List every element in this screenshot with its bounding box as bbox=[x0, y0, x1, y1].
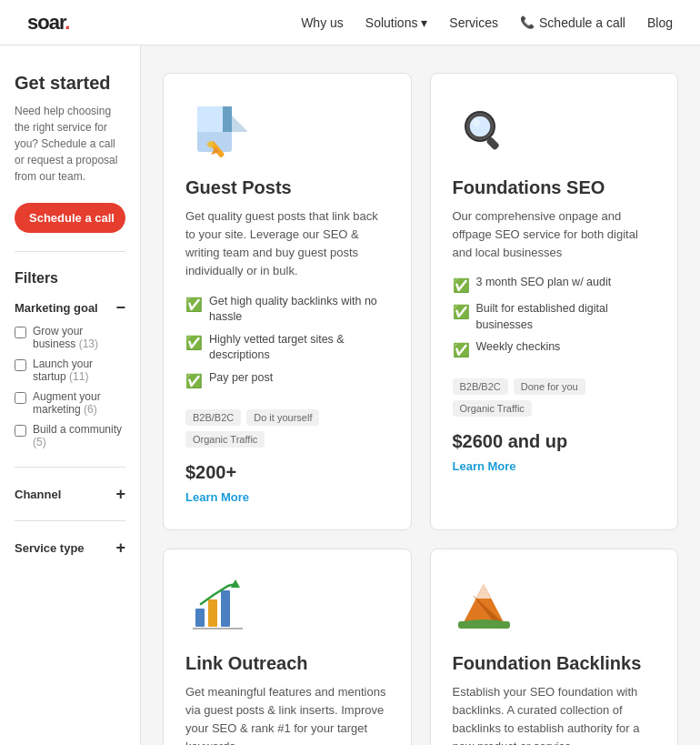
nav-why-us[interactable]: Why us bbox=[301, 15, 344, 30]
foundations-seo-features: ✅3 month SEO plan w/ audit ✅Built for es… bbox=[453, 275, 656, 366]
filter-marketing-goal-header[interactable]: Marketing goal − bbox=[15, 299, 125, 316]
guest-posts-feature-3: ✅Pay per post bbox=[185, 370, 389, 390]
svg-rect-12 bbox=[208, 599, 217, 627]
foundations-seo-learn-more[interactable]: Learn More bbox=[453, 459, 656, 473]
header: soar. Why us Solutions ▾ Services 📞 Sche… bbox=[0, 0, 700, 45]
svg-rect-11 bbox=[195, 609, 205, 627]
filter-option-grow[interactable]: Grow your business (13) bbox=[15, 325, 125, 350]
foundations-seo-desc: Our comprehensive onpage and offpage SEO… bbox=[453, 207, 656, 262]
nav: Why us Solutions ▾ Services 📞 Schedule a… bbox=[301, 15, 673, 30]
tag-b2b: B2B/B2C bbox=[185, 409, 241, 426]
nav-services[interactable]: Services bbox=[449, 15, 498, 30]
divider bbox=[15, 251, 125, 252]
page-layout: Get started Need help choosing the right… bbox=[0, 45, 700, 745]
svg-rect-20 bbox=[458, 621, 510, 629]
filter-checkbox-community[interactable] bbox=[15, 425, 26, 437]
card-foundation-backlinks: Foundation Backlinks Establish your SEO … bbox=[430, 549, 679, 745]
link-outreach-desc: Get meaningful features and mentions via… bbox=[185, 683, 389, 745]
nav-solutions[interactable]: Solutions ▾ bbox=[365, 15, 427, 30]
get-started-title: Get started bbox=[15, 73, 125, 94]
filter-service-type-toggle[interactable]: + bbox=[115, 539, 125, 556]
filter-channel-label: Channel bbox=[15, 488, 61, 501]
nav-schedule-label: Schedule a call bbox=[539, 15, 625, 30]
check-icon-6: ✅ bbox=[453, 340, 470, 359]
filter-channel-header[interactable]: Channel + bbox=[15, 486, 125, 502]
tag-organic: Organic Traffic bbox=[185, 431, 265, 448]
check-icon-3: ✅ bbox=[185, 371, 203, 390]
filter-service-type: Service type + bbox=[15, 539, 125, 556]
phone-icon: 📞 bbox=[520, 15, 535, 29]
divider-3 bbox=[15, 520, 125, 521]
filter-channel: Channel + bbox=[15, 486, 125, 502]
foundations-seo-tags: B2B/B2C Done for you Organic Traffic bbox=[453, 378, 656, 417]
guest-posts-title: Guest Posts bbox=[185, 177, 389, 198]
schedule-call-button[interactable]: Schedule a call bbox=[15, 203, 125, 233]
foundations-seo-price: $2600 and up bbox=[453, 431, 656, 452]
tag-organic-2: Organic Traffic bbox=[453, 400, 532, 417]
tag-done-for-you-2: Done for you bbox=[514, 378, 585, 395]
link-outreach-icon bbox=[185, 575, 249, 639]
nav-blog[interactable]: Blog bbox=[647, 15, 673, 30]
filter-marketing-goal: Marketing goal − Grow your business (13)… bbox=[15, 299, 125, 448]
svg-marker-3 bbox=[223, 106, 232, 132]
nav-schedule-call[interactable]: 📞 Schedule a call bbox=[520, 15, 625, 30]
check-icon-5: ✅ bbox=[453, 302, 470, 321]
sidebar: Get started Need help choosing the right… bbox=[0, 45, 141, 745]
logo-accent: . bbox=[65, 11, 69, 34]
sidebar-description: Need help choosing the right service for… bbox=[15, 103, 125, 185]
filter-marketing-goal-label: Marketing goal bbox=[15, 301, 98, 315]
guest-posts-learn-more[interactable]: Learn More bbox=[185, 490, 389, 504]
guest-posts-price: $200+ bbox=[185, 462, 389, 483]
card-link-outreach: Link Outreach Get meaningful features an… bbox=[163, 549, 412, 745]
check-icon-4: ✅ bbox=[453, 276, 470, 295]
filter-option-launch[interactable]: Launch your startup (11) bbox=[15, 357, 125, 383]
filter-option-community[interactable]: Build a community (5) bbox=[15, 423, 125, 448]
svg-rect-13 bbox=[221, 590, 230, 627]
guest-posts-icon bbox=[185, 99, 249, 163]
filter-service-type-header[interactable]: Service type + bbox=[15, 539, 125, 556]
foundations-seo-feature-1: ✅3 month SEO plan w/ audit bbox=[453, 275, 656, 295]
svg-marker-18 bbox=[476, 584, 491, 599]
filters-title: Filters bbox=[15, 270, 125, 287]
svg-point-9 bbox=[473, 119, 480, 126]
main-content: Guest Posts Get quality guest posts that… bbox=[141, 45, 700, 745]
guest-posts-feature-2: ✅Highly vetted target sites & descriptio… bbox=[185, 332, 389, 364]
svg-marker-14 bbox=[231, 579, 240, 588]
filter-checkbox-augment[interactable] bbox=[15, 392, 26, 404]
check-icon-1: ✅ bbox=[185, 295, 203, 314]
foundations-seo-title: Foundations SEO bbox=[453, 177, 656, 198]
filter-checkbox-grow[interactable] bbox=[15, 327, 26, 338]
filter-channel-toggle[interactable]: + bbox=[115, 486, 125, 502]
filter-option-augment[interactable]: Augment your marketing (6) bbox=[15, 390, 125, 416]
foundations-seo-feature-2: ✅Built for established digital businesse… bbox=[453, 301, 656, 333]
guest-posts-tags: B2B/B2C Do it yourself Organic Traffic bbox=[185, 409, 389, 448]
divider-2 bbox=[15, 467, 125, 468]
foundations-seo-feature-3: ✅Weekly checkins bbox=[453, 339, 656, 359]
card-guest-posts: Guest Posts Get quality guest posts that… bbox=[163, 73, 412, 530]
card-foundations-seo: Foundations SEO Our comprehensive onpage… bbox=[430, 73, 679, 530]
foundation-backlinks-icon bbox=[453, 575, 516, 639]
link-outreach-title: Link Outreach bbox=[185, 653, 389, 674]
check-icon-2: ✅ bbox=[185, 333, 203, 352]
guest-posts-desc: Get quality guest posts that link back t… bbox=[185, 207, 389, 281]
cards-grid: Guest Posts Get quality guest posts that… bbox=[163, 73, 678, 745]
foundation-backlinks-title: Foundation Backlinks bbox=[453, 653, 656, 674]
filter-label-launch: Launch your startup (11) bbox=[33, 357, 125, 383]
guest-posts-feature-1: ✅Get high quality backlinks with no hass… bbox=[185, 294, 389, 326]
foundation-backlinks-desc: Establish your SEO foundation with backl… bbox=[453, 683, 656, 745]
logo[interactable]: soar. bbox=[27, 11, 69, 35]
filter-checkbox-launch[interactable] bbox=[15, 359, 26, 371]
filter-label-community: Build a community (5) bbox=[33, 423, 125, 448]
filter-label-augment: Augment your marketing (6) bbox=[33, 390, 125, 416]
filter-service-type-label: Service type bbox=[15, 541, 85, 555]
tag-diy: Do it yourself bbox=[246, 409, 319, 426]
svg-point-8 bbox=[469, 116, 491, 137]
filter-marketing-goal-toggle[interactable]: − bbox=[115, 299, 125, 316]
guest-posts-features: ✅Get high quality backlinks with no hass… bbox=[185, 294, 389, 397]
tag-b2b-2: B2B/B2C bbox=[453, 378, 508, 395]
foundations-seo-icon bbox=[453, 99, 516, 163]
filter-label-grow: Grow your business (13) bbox=[33, 325, 125, 350]
svg-rect-1 bbox=[197, 106, 223, 132]
